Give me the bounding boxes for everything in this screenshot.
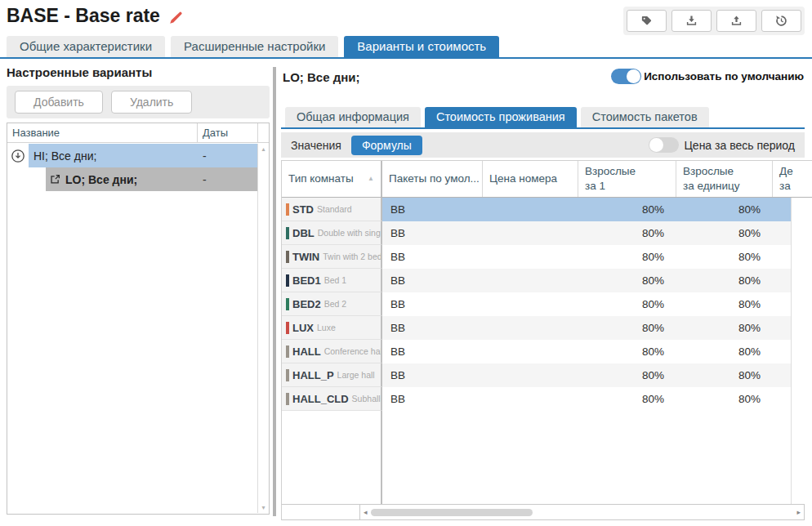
sub-tab[interactable]: Стоимость проживания <box>425 107 577 127</box>
room-color-chip <box>286 369 289 381</box>
default-package-cell[interactable]: BB <box>382 393 481 405</box>
tag-button[interactable] <box>627 10 667 32</box>
variants-heading: Настроенные варианты <box>7 65 270 79</box>
grid-row-cells[interactable]: BB 80% 80% <box>382 363 792 387</box>
grid-row-cells[interactable]: BB 80% 80% <box>382 221 792 245</box>
grid-row-cells[interactable]: BB 80% 80% <box>382 198 792 221</box>
grid-row-cells[interactable]: BB 80% 80% <box>382 269 792 292</box>
grid-empty-area <box>282 411 812 504</box>
variant-row[interactable]: HI; Все дни; - <box>7 144 257 167</box>
scroll-left-icon[interactable]: ◂ <box>360 508 371 516</box>
add-button[interactable]: Добавить <box>15 91 103 114</box>
delete-button[interactable]: Удалить <box>111 91 192 114</box>
main-tab[interactable]: Варианты и стоимость <box>344 36 499 57</box>
adults-for-1-cell[interactable]: 80% <box>577 322 675 334</box>
panel-divider[interactable] <box>273 67 276 516</box>
adults-per-unit-cell[interactable]: 80% <box>675 227 771 239</box>
grid-row-cells[interactable]: BB 80% 80% <box>382 292 792 316</box>
room-description: Conference hall <box>324 346 382 356</box>
room-code: BED1 <box>292 274 321 287</box>
room-type-cell[interactable]: BED1 Bed 1 <box>282 269 382 292</box>
grid-column-header[interactable]: Взрослые за 1 <box>578 161 676 197</box>
default-package-cell[interactable]: BB <box>382 227 481 239</box>
room-color-chip <box>286 251 289 263</box>
edit-pencil-icon[interactable] <box>168 11 183 25</box>
adults-for-1-cell[interactable]: 80% <box>577 298 675 310</box>
price-grid: Тип комнаты ▲ Пакеты по умол... Цена ном… <box>281 160 812 520</box>
scroll-down-icon[interactable]: ▾ <box>261 504 265 511</box>
room-color-chip <box>286 274 289 287</box>
variant-list-scrollbar[interactable]: ▴ ▾ <box>257 144 269 513</box>
default-package-cell[interactable]: BB <box>382 345 481 358</box>
adults-per-unit-cell[interactable]: 80% <box>675 274 771 287</box>
adults-per-unit-cell[interactable]: 80% <box>675 345 771 358</box>
room-type-cell[interactable]: HALL_P Large hall <box>282 363 382 387</box>
grid-row: STD Standard BB 80% 80% <box>282 198 812 221</box>
adults-per-unit-cell[interactable]: 80% <box>675 298 771 310</box>
grid-header: Тип комнаты ▲ Пакеты по умол... Цена ном… <box>282 160 812 198</box>
adults-per-unit-cell[interactable]: 80% <box>675 369 771 381</box>
adults-for-1-cell[interactable]: 80% <box>577 393 675 405</box>
grid-row-cells[interactable]: BB 80% 80% <box>382 245 792 269</box>
adults-per-unit-cell[interactable]: 80% <box>675 393 771 405</box>
variant-row[interactable]: LO; Все дни; - <box>7 167 257 191</box>
circle-arrow-icon[interactable] <box>11 149 25 163</box>
room-code: TWIN <box>292 251 319 263</box>
default-package-cell[interactable]: BB <box>382 203 481 216</box>
room-type-cell[interactable]: BED2 Bed 2 <box>282 292 382 316</box>
grid-column-header[interactable]: Взрослые за единицу <box>676 161 773 197</box>
grid-row: DBL Double with sing BB 80% 80% <box>282 221 812 245</box>
default-package-cell[interactable]: BB <box>382 369 481 381</box>
main-tab[interactable]: Общие характеристики <box>7 36 165 57</box>
grid-row: BED2 Bed 2 BB 80% 80% <box>282 292 812 316</box>
adults-per-unit-cell[interactable]: 80% <box>675 251 771 263</box>
sub-tab[interactable]: Общая информация <box>285 107 421 127</box>
grid-column-header[interactable]: Пакеты по умол... <box>382 161 483 197</box>
default-package-cell[interactable]: BB <box>382 322 481 334</box>
main-tab[interactable]: Расширенные настройки <box>171 36 338 57</box>
grid-column-header[interactable]: Тип комнаты ▲ <box>282 161 382 197</box>
adults-for-1-cell[interactable]: 80% <box>577 369 675 381</box>
default-toggle[interactable] <box>611 69 641 84</box>
scrollbar-track[interactable]: ◂ ▸ <box>360 505 804 519</box>
period-toggle[interactable] <box>649 137 679 153</box>
room-type-cell[interactable]: LUX Luxe <box>282 316 382 340</box>
variant-dates: - <box>197 173 257 186</box>
room-type-cell[interactable]: HALL Conference hall <box>282 340 382 363</box>
period-toggle-label: Цена за весь период <box>684 139 795 152</box>
room-type-cell[interactable]: TWIN Twin with 2 bed <box>282 245 382 269</box>
adults-for-1-cell[interactable]: 80% <box>577 251 675 263</box>
column-header-dates[interactable]: Даты <box>198 123 258 142</box>
variant-dates: - <box>197 149 257 163</box>
values-button[interactable]: Значения <box>291 139 341 152</box>
grid-row-cells[interactable]: BB 80% 80% <box>382 387 792 411</box>
room-type-cell[interactable]: STD Standard <box>282 198 382 221</box>
formulas-button[interactable]: Формулы <box>351 136 422 155</box>
scrollbar-thumb[interactable] <box>371 509 533 516</box>
external-link-icon[interactable] <box>50 174 60 185</box>
default-package-cell[interactable]: BB <box>382 298 481 310</box>
adults-for-1-cell[interactable]: 80% <box>577 345 675 358</box>
default-package-cell[interactable]: BB <box>382 251 481 263</box>
room-type-cell[interactable]: DBL Double with sing <box>282 221 382 245</box>
grid-column-header[interactable]: Цена номера <box>483 161 578 197</box>
adults-for-1-cell[interactable]: 80% <box>577 203 675 216</box>
variants-panel: Настроенные варианты Добавить Удалить На… <box>7 65 270 515</box>
grid-column-header[interactable]: Де за <box>773 161 812 197</box>
download-button[interactable] <box>671 10 712 32</box>
scroll-right-icon[interactable]: ▸ <box>793 508 804 516</box>
scroll-up-icon[interactable]: ▴ <box>261 145 265 153</box>
adults-for-1-cell[interactable]: 80% <box>577 274 675 287</box>
history-button[interactable] <box>761 10 801 32</box>
default-package-cell[interactable]: BB <box>382 274 481 287</box>
adults-per-unit-cell[interactable]: 80% <box>675 322 771 334</box>
column-header-name[interactable]: Название <box>7 123 198 142</box>
adults-per-unit-cell[interactable]: 80% <box>675 203 771 216</box>
grid-row-cells[interactable]: BB 80% 80% <box>382 340 792 363</box>
grid-row-cells[interactable]: BB 80% 80% <box>382 316 792 340</box>
room-type-cell[interactable]: HALL_CLD Subhalls <box>282 387 382 411</box>
upload-button[interactable] <box>716 10 756 32</box>
sub-tab[interactable]: Стоимость пакетов <box>581 107 709 127</box>
grid-body: STD Standard BB 80% 80% DBL Double with … <box>282 198 812 411</box>
adults-for-1-cell[interactable]: 80% <box>577 227 675 239</box>
